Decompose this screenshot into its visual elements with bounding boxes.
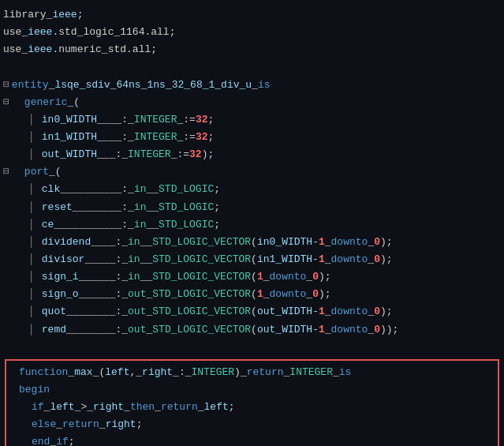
line-remd: │remd________:_out_STD_LOGIC_VECTOR(out_…	[0, 321, 504, 339]
line-generic-open: ⊟generic_(	[0, 94, 504, 111]
line-sign-i: │sign_i______:_in__STD_LOGIC_VECTOR(1_do…	[0, 268, 504, 286]
line-divisor: │divisor_____:_in__STD_LOGIC_VECTOR(in1_…	[0, 251, 504, 268]
line-use2: use_ieee.numeric_std.all;	[0, 41, 504, 58]
func-line-if: if_left_>_right_then_return_left;	[6, 399, 498, 416]
line-out-width: │out_WIDTH___:_INTEGER_:=32);	[0, 146, 504, 163]
line-ce: │ce___________:_in__STD_LOGIC;	[0, 216, 504, 234]
line-port-open: ⊟port_(	[0, 163, 504, 181]
line-blank1	[0, 58, 504, 76]
line-in0: │in0_WIDTH____:_INTEGER_:=32;	[0, 111, 504, 129]
code-container: library_ieee; use_ieee.std_logic_1164.al…	[0, 0, 504, 446]
line-sign-o: │sign_o______:_out_STD_LOGIC_VECTOR(1_do…	[0, 286, 504, 303]
func-line-1: function_max_(left,_right_:_INTEGER)_ret…	[6, 364, 498, 381]
func-line-endif: end_if;	[6, 433, 498, 446]
line-reset: │reset________:_in__STD_LOGIC;	[0, 199, 504, 216]
func-line-else: else_return_right;	[6, 416, 498, 433]
function-block: function_max_(left,_right_:_INTEGER)_ret…	[5, 359, 499, 446]
line-clk: │clk__________:_in__STD_LOGIC;	[0, 181, 504, 198]
line-blank2	[0, 339, 504, 356]
line-in1: │in1_WIDTH____:_INTEGER_:=32;	[0, 129, 504, 146]
func-line-begin: begin	[6, 381, 498, 399]
line-entity: ⊟entity_lsqe_sdiv_64ns_1ns_32_68_1_div_u…	[0, 77, 504, 94]
line-dividend: │dividend____:_in__STD_LOGIC_VECTOR(in0_…	[0, 234, 504, 251]
line-quot: │quot________:_out_STD_LOGIC_VECTOR(out_…	[0, 303, 504, 320]
line-library: library_ieee;	[0, 6, 504, 24]
line-use1: use_ieee.std_logic_1164.all;	[0, 24, 504, 41]
